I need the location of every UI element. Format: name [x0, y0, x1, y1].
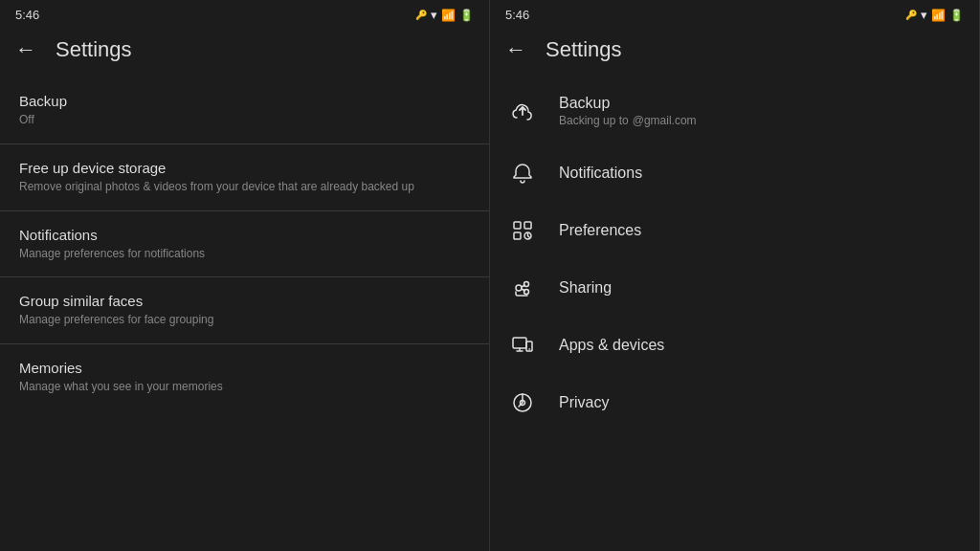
- key-icon: 🔑: [415, 10, 427, 20]
- signal-icon: 📶: [441, 9, 456, 22]
- icon-item-notifications[interactable]: Notifications: [490, 144, 979, 202]
- item-subtitle: Manage preferences for notifications: [19, 246, 470, 262]
- header-right: ← Settings: [490, 26, 979, 77]
- status-icons-left: 🔑 ▾ 📶 🔋: [415, 8, 474, 22]
- wifi-icon: ▾: [431, 8, 437, 22]
- wifi-icon: ▾: [921, 8, 927, 22]
- item-subtitle: Remove original photos & videos from you…: [19, 179, 470, 195]
- key-icon: 🔑: [905, 10, 917, 20]
- apps-devices-icon: [509, 334, 536, 357]
- status-icons-right: 🔑 ▾ 📶 🔋: [905, 8, 964, 22]
- list-item-group-faces[interactable]: Group similar faces Manage preferences f…: [0, 277, 489, 343]
- svg-rect-1: [524, 222, 531, 229]
- icon-item-preferences[interactable]: Preferences: [490, 202, 979, 259]
- item-main-text: Backup: [559, 95, 697, 112]
- icon-item-apps-devices[interactable]: Apps & devices: [490, 317, 979, 374]
- item-main-text: Apps & devices: [559, 337, 664, 354]
- sharing-icon: [509, 276, 536, 299]
- notifications-icon: [509, 162, 536, 185]
- battery-icon: 🔋: [949, 9, 964, 22]
- item-subtitle: Off: [19, 112, 470, 128]
- list-item-free-storage[interactable]: Free up device storage Remove original p…: [0, 144, 489, 210]
- page-title-left: Settings: [56, 37, 132, 62]
- page-title-right: Settings: [546, 37, 622, 62]
- item-main-text: Preferences: [559, 222, 641, 239]
- item-main-text: Sharing: [559, 279, 612, 297]
- status-bar-right: 5:46 🔑 ▾ 📶 🔋: [490, 0, 979, 26]
- list-item-backup[interactable]: Backup Off: [0, 77, 489, 143]
- notifications-text: Notifications: [559, 165, 642, 182]
- back-button-left[interactable]: ←: [15, 37, 36, 62]
- svg-rect-2: [514, 232, 521, 239]
- privacy-icon: [509, 391, 536, 414]
- icon-item-sharing[interactable]: Sharing: [490, 259, 979, 317]
- item-main-text: Notifications: [559, 165, 642, 182]
- item-subtitle: Manage preferences for face grouping: [19, 312, 470, 328]
- backup-text: Backup Backing up to @gmail.com: [559, 95, 697, 127]
- svg-rect-7: [513, 338, 526, 348]
- right-panel: 5:46 🔑 ▾ 📶 🔋 ← Settings Backup Backing u…: [490, 0, 980, 551]
- svg-rect-0: [514, 222, 521, 229]
- left-panel: 5:46 🔑 ▾ 📶 🔋 ← Settings Backup Off Free …: [0, 0, 490, 551]
- item-main-text: Privacy: [559, 394, 609, 411]
- item-title: Free up device storage: [19, 160, 470, 176]
- time-right: 5:46: [505, 8, 529, 22]
- sharing-text: Sharing: [559, 279, 612, 297]
- preferences-icon: [509, 219, 536, 242]
- backup-icon: [509, 99, 536, 122]
- item-title: Backup: [19, 93, 470, 109]
- svg-point-4: [516, 285, 522, 291]
- back-button-right[interactable]: ←: [505, 37, 526, 62]
- preferences-text: Preferences: [559, 222, 641, 239]
- header-left: ← Settings: [0, 26, 489, 77]
- status-bar-left: 5:46 🔑 ▾ 📶 🔋: [0, 0, 489, 26]
- item-title: Group similar faces: [19, 293, 470, 309]
- privacy-text: Privacy: [559, 394, 609, 411]
- list-item-notifications[interactable]: Notifications Manage preferences for not…: [0, 211, 489, 277]
- icon-item-backup[interactable]: Backup Backing up to @gmail.com: [490, 77, 979, 144]
- backup-sub-label: Backing up to: [559, 114, 629, 127]
- item-sub-row: Backing up to @gmail.com: [559, 114, 697, 127]
- item-title: Memories: [19, 360, 470, 376]
- backup-sub-value: @gmail.com: [633, 114, 697, 127]
- battery-icon: 🔋: [459, 9, 474, 22]
- time-left: 5:46: [15, 8, 39, 22]
- apps-devices-text: Apps & devices: [559, 337, 664, 354]
- item-subtitle: Manage what you see in your memories: [19, 379, 470, 395]
- icon-item-privacy[interactable]: Privacy: [490, 374, 979, 431]
- item-title: Notifications: [19, 227, 470, 243]
- signal-icon: 📶: [931, 9, 946, 22]
- list-item-memories[interactable]: Memories Manage what you see in your mem…: [0, 344, 489, 410]
